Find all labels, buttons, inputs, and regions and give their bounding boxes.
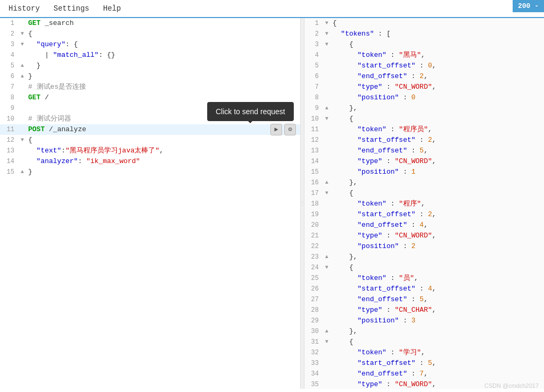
- list-item: 11 "token" : "程序员",: [304, 124, 544, 135]
- menu-help[interactable]: Help: [101, 3, 123, 14]
- code-content: {: [26, 135, 300, 146]
- fold-gutter: [323, 156, 330, 167]
- fold-gutter: [323, 209, 330, 220]
- fold-gutter: [323, 61, 330, 71]
- fold-gutter[interactable]: ▼: [19, 135, 26, 146]
- out-content: "start_offset" : 0,: [330, 61, 544, 71]
- line-number: 20: [304, 220, 323, 231]
- fold-gutter: [323, 50, 330, 61]
- fold-gutter[interactable]: ▲: [19, 167, 26, 177]
- line-number: 23: [304, 252, 323, 262]
- line-number: 26: [304, 284, 323, 294]
- fold-gutter: [323, 220, 330, 231]
- menu-history[interactable]: History: [6, 3, 42, 14]
- line-number: 14: [0, 156, 19, 167]
- out-content: "start_offset" : 2,: [330, 135, 544, 146]
- fold-gutter[interactable]: ▼: [323, 262, 330, 273]
- fold-gutter: [323, 92, 330, 103]
- run-button[interactable]: ▶: [270, 124, 282, 135]
- fold-gutter[interactable]: ▲: [323, 326, 330, 337]
- line-number: 5: [304, 61, 323, 71]
- code-content: }: [26, 167, 300, 177]
- out-content: },: [330, 177, 544, 188]
- fold-gutter: [323, 284, 330, 294]
- list-item: 23 ▲ },: [304, 252, 544, 262]
- fold-gutter[interactable]: ▼: [323, 39, 330, 50]
- fold-gutter: [323, 241, 330, 252]
- list-item: 9 ▲ },: [304, 103, 544, 114]
- fold-gutter[interactable]: ▲: [323, 252, 330, 262]
- out-content: },: [330, 103, 544, 114]
- line-number: 2: [304, 29, 323, 39]
- line-number: 31: [304, 337, 323, 347]
- list-item: 15 "position" : 1: [304, 167, 544, 177]
- line-number: 22: [304, 241, 323, 252]
- fold-gutter[interactable]: ▼: [323, 18, 330, 29]
- table-row: 10 # 测试分词器: [0, 114, 300, 124]
- table-row: 5 ▲ }: [0, 61, 300, 71]
- fold-gutter[interactable]: [19, 18, 26, 29]
- fold-gutter[interactable]: ▼: [323, 114, 330, 124]
- list-item: 20 "end_offset" : 4,: [304, 220, 544, 231]
- out-content: "position" : 3: [330, 316, 544, 326]
- fold-gutter: [19, 114, 26, 124]
- line-number: 6: [0, 71, 19, 82]
- list-item: 10 ▼ {: [304, 114, 544, 124]
- line-number: 4: [304, 50, 323, 61]
- out-content: "position" : 0: [330, 92, 544, 103]
- table-row: 6 ▲ }: [0, 71, 300, 82]
- fold-gutter[interactable]: ▼: [323, 337, 330, 347]
- line-number: 14: [304, 156, 323, 167]
- fold-gutter: [323, 379, 330, 389]
- fold-gutter[interactable]: ▼: [323, 29, 330, 39]
- out-content: "tokens" : [: [330, 29, 544, 39]
- fold-gutter[interactable]: ▲: [19, 61, 26, 71]
- line-number: 32: [304, 347, 323, 358]
- fold-gutter: [323, 199, 330, 209]
- list-item: 19 "start_offset" : 2,: [304, 209, 544, 220]
- fold-gutter[interactable]: ▼: [323, 188, 330, 199]
- version-badge: 200 -: [513, 0, 544, 12]
- line-number: 11: [0, 124, 19, 135]
- fold-gutter[interactable]: ▼: [19, 39, 26, 50]
- table-row: 14 "analyzer": "ik_max_word": [0, 156, 300, 167]
- out-content: "type" : "CN_WORD",: [330, 156, 544, 167]
- fold-gutter[interactable]: ▲: [323, 103, 330, 114]
- code-content: "text":"黑马程序员学习java太棒了",: [26, 146, 300, 156]
- list-item: 3 ▼ {: [304, 39, 544, 50]
- out-content: "end_offset" : 5,: [330, 294, 544, 305]
- list-item: 34 "end_offset" : 7,: [304, 369, 544, 379]
- list-item: 30 ▲ },: [304, 326, 544, 337]
- list-item: 14 "type" : "CN_WORD",: [304, 156, 544, 167]
- fold-gutter: [19, 103, 26, 114]
- line-number: 11: [304, 124, 323, 135]
- line-number: 15: [0, 167, 19, 177]
- code-content: # 测试分词器: [26, 114, 300, 124]
- out-content: {: [330, 39, 544, 50]
- fold-gutter: [19, 50, 26, 61]
- list-item: 22 "position" : 2: [304, 241, 544, 252]
- fold-gutter[interactable]: ▲: [19, 71, 26, 82]
- output-panel: 1 ▼ { 2 ▼ "tokens" : [ 3 ▼ { 4 "token" :…: [304, 18, 544, 389]
- line-number: 21: [304, 231, 323, 241]
- fold-gutter: [323, 82, 330, 92]
- editor-content[interactable]: 1 GET _search 2 ▼ { 3 ▼ "query": { 4 |: [0, 18, 300, 389]
- fold-gutter: [323, 273, 330, 284]
- fold-gutter: [19, 156, 26, 167]
- wrench-button[interactable]: ⚙: [284, 124, 296, 135]
- table-row: 13 "text":"黑马程序员学习java太棒了",: [0, 146, 300, 156]
- fold-gutter: [323, 316, 330, 326]
- out-content: {: [330, 18, 544, 29]
- out-content: "token" : "程序员",: [330, 124, 544, 135]
- out-content: "token" : "学习",: [330, 347, 544, 358]
- out-content: "end_offset" : 2,: [330, 71, 544, 82]
- list-item: 21 "type" : "CN_WORD",: [304, 231, 544, 241]
- table-row: 8 GET /: [0, 92, 300, 103]
- panel-divider[interactable]: ⋮: [300, 18, 304, 389]
- line-number: 35: [304, 379, 323, 389]
- menu-settings[interactable]: Settings: [52, 3, 91, 14]
- code-content: "analyzer": "ik_max_word": [26, 156, 300, 167]
- line-number: 5: [0, 61, 19, 71]
- fold-gutter[interactable]: ▲: [323, 177, 330, 188]
- fold-gutter[interactable]: ▼: [19, 29, 26, 39]
